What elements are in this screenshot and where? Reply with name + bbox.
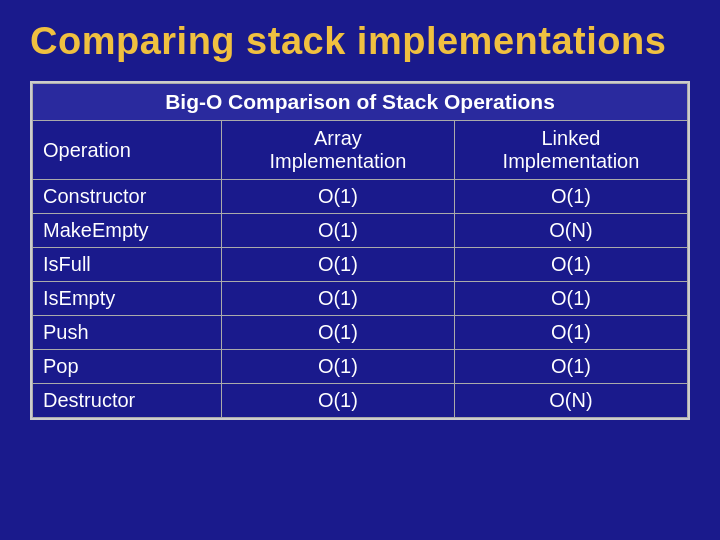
col-header-linked: LinkedImplementation <box>454 121 687 180</box>
linked-makeempty: O(N) <box>454 214 687 248</box>
linked-pop: O(1) <box>454 350 687 384</box>
op-destructor: Destructor <box>33 384 222 418</box>
table-row: IsEmpty O(1) O(1) <box>33 282 688 316</box>
linked-destructor: O(N) <box>454 384 687 418</box>
linked-push: O(1) <box>454 316 687 350</box>
table-caption-row: Big-O Comparison of Stack Operations <box>33 84 688 121</box>
array-isfull: O(1) <box>221 248 454 282</box>
op-isempty: IsEmpty <box>33 282 222 316</box>
op-isfull: IsFull <box>33 248 222 282</box>
comparison-table-wrapper: Big-O Comparison of Stack Operations Ope… <box>30 81 690 420</box>
linked-isfull: O(1) <box>454 248 687 282</box>
table-row: Constructor O(1) O(1) <box>33 180 688 214</box>
array-isempty: O(1) <box>221 282 454 316</box>
array-constructor: O(1) <box>221 180 454 214</box>
comparison-table: Big-O Comparison of Stack Operations Ope… <box>32 83 688 418</box>
linked-isempty: O(1) <box>454 282 687 316</box>
op-makeempty: MakeEmpty <box>33 214 222 248</box>
col-header-operation: Operation <box>33 121 222 180</box>
table-header-row: Operation ArrayImplementation LinkedImpl… <box>33 121 688 180</box>
array-push: O(1) <box>221 316 454 350</box>
table-caption: Big-O Comparison of Stack Operations <box>33 84 688 121</box>
op-pop: Pop <box>33 350 222 384</box>
op-push: Push <box>33 316 222 350</box>
table-row: MakeEmpty O(1) O(N) <box>33 214 688 248</box>
array-pop: O(1) <box>221 350 454 384</box>
array-destructor: O(1) <box>221 384 454 418</box>
linked-constructor: O(1) <box>454 180 687 214</box>
page-title: Comparing stack implementations <box>30 20 666 63</box>
op-constructor: Constructor <box>33 180 222 214</box>
table-body: Constructor O(1) O(1) MakeEmpty O(1) O(N… <box>33 180 688 418</box>
table-row: Push O(1) O(1) <box>33 316 688 350</box>
col-header-array: ArrayImplementation <box>221 121 454 180</box>
table-row: IsFull O(1) O(1) <box>33 248 688 282</box>
table-row: Destructor O(1) O(N) <box>33 384 688 418</box>
table-row: Pop O(1) O(1) <box>33 350 688 384</box>
array-makeempty: O(1) <box>221 214 454 248</box>
